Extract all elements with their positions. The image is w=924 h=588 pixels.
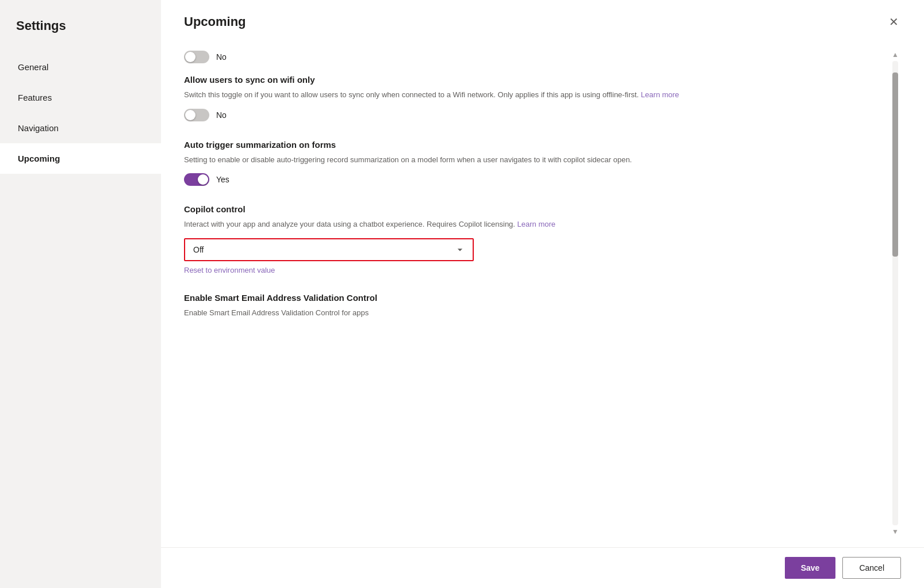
auto-trigger-toggle-slider [184,173,209,186]
close-button[interactable]: ✕ [887,14,901,30]
sidebar-item-label: Upcoming [18,154,60,163]
email-validation-title: Enable Smart Email Address Validation Co… [184,293,885,303]
top-toggle[interactable] [184,51,209,63]
top-toggle-label: No [216,52,227,62]
top-toggle-slider [184,51,209,63]
sidebar: Settings General Features Navigation Upc… [0,0,161,588]
auto-trigger-section: Auto trigger summarization on forms Sett… [184,140,885,186]
wifi-sync-title: Allow users to sync on wifi only [184,75,885,85]
auto-trigger-title: Auto trigger summarization on forms [184,140,885,150]
sidebar-item-label: Features [18,93,52,102]
auto-trigger-desc: Setting to enable or disable auto-trigge… [184,154,885,166]
scroll-track [892,61,898,525]
sidebar-title: Settings [0,18,161,52]
save-button[interactable]: Save [785,557,836,579]
email-validation-section: Enable Smart Email Address Validation Co… [184,293,885,319]
wifi-sync-learn-more-link[interactable]: Learn more [641,90,679,99]
copilot-desc: Interact with your app and analyze your … [184,219,885,230]
copilot-title: Copilot control [184,204,885,214]
sidebar-item-features[interactable]: Features [0,82,161,113]
sidebar-item-upcoming[interactable]: Upcoming [0,143,161,174]
content-scroll: No Allow users to sync on wifi only Swit… [184,51,890,536]
auto-trigger-toggle-label: Yes [216,175,229,184]
copilot-reset-link[interactable]: Reset to environment value [184,266,885,274]
page-title: Upcoming [184,14,246,29]
main-header: Upcoming ✕ [161,0,924,39]
main-panel: Upcoming ✕ No Allow users to sync on wif… [161,0,924,588]
footer: Save Cancel [161,547,924,588]
copilot-section: Copilot control Interact with your app a… [184,204,885,274]
wifi-sync-toggle-slider [184,109,209,121]
auto-trigger-toggle-row: Yes [184,173,885,186]
wifi-sync-section: Allow users to sync on wifi only Switch … [184,75,885,121]
sidebar-item-label: General [18,62,48,72]
copilot-dropdown-wrapper: Off On Default (Off) [184,238,474,261]
content-area: No Allow users to sync on wifi only Swit… [161,39,924,547]
wifi-sync-toggle-label: No [216,110,227,120]
copilot-dropdown[interactable]: Off On Default (Off) [185,239,473,260]
copilot-learn-more-link[interactable]: Learn more [517,220,555,228]
scroll-up-arrow[interactable]: ▲ [892,51,899,59]
sidebar-item-navigation[interactable]: Navigation [0,113,161,143]
email-validation-desc: Enable Smart Email Address Validation Co… [184,307,885,319]
cancel-button[interactable]: Cancel [842,557,901,579]
scroll-down-arrow[interactable]: ▼ [892,528,899,536]
wifi-sync-toggle[interactable] [184,109,209,121]
wifi-sync-toggle-row: No [184,109,885,121]
wifi-sync-desc: Switch this toggle on if you want to all… [184,89,885,101]
scrollbar-area: ▲ ▼ [890,51,901,536]
top-toggle-row: No [184,51,885,63]
sidebar-item-label: Navigation [18,123,59,133]
scroll-thumb[interactable] [892,72,898,257]
sidebar-item-general[interactable]: General [0,52,161,82]
auto-trigger-toggle[interactable] [184,173,209,186]
